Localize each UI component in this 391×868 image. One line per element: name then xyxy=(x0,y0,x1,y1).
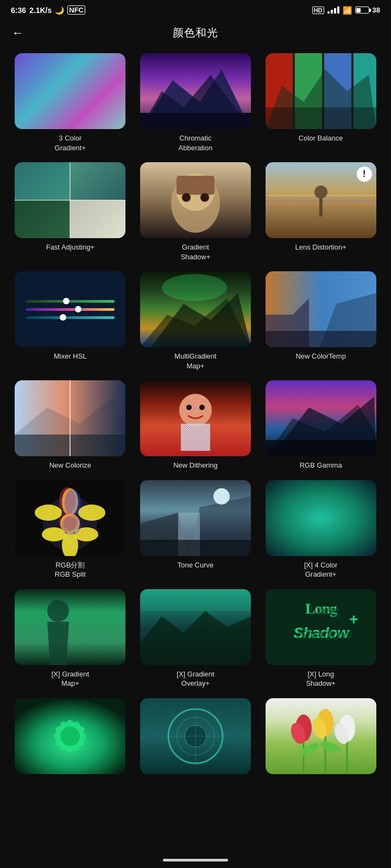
item-label: New Dithering xyxy=(173,461,218,470)
item-label: GradientShadow+ xyxy=(181,242,211,261)
home-indicator xyxy=(163,859,228,861)
item-label: New Colorize xyxy=(49,461,91,470)
item-label: ChromaticAbberation xyxy=(179,133,213,152)
warning-badge: ! xyxy=(357,167,372,182)
svg-rect-71 xyxy=(140,540,251,556)
item-label: Lens Distortion+ xyxy=(295,242,346,252)
list-item[interactable] xyxy=(12,698,129,778)
moon-icon: 🌙 xyxy=(55,6,64,15)
list-item[interactable]: New ColorTemp xyxy=(262,271,379,371)
svg-text:Long: Long xyxy=(308,602,340,618)
list-item[interactable] xyxy=(137,698,254,778)
item-label: [X] GradientOverlay+ xyxy=(176,669,214,688)
speed: 2.1K/s xyxy=(29,6,52,15)
thumb-multigradient xyxy=(140,271,251,347)
list-item[interactable]: New Dithering xyxy=(137,380,254,470)
svg-rect-78 xyxy=(140,589,251,611)
thumb-tone-curve xyxy=(140,480,251,556)
item-label: [X] GradientMap+ xyxy=(52,669,89,688)
svg-rect-51 xyxy=(266,440,376,456)
item-label: [X] LongShadow+ xyxy=(306,669,336,688)
list-item[interactable]: [X] GradientMap+ xyxy=(12,589,129,688)
list-item[interactable]: ! Lens Distortion+ xyxy=(262,162,379,261)
time: 6:36 xyxy=(11,6,26,15)
list-item[interactable]: GradientShadow+ xyxy=(137,162,254,261)
item-label: Tone Curve xyxy=(178,560,213,570)
svg-rect-3 xyxy=(140,113,251,129)
list-item[interactable]: [X] GradientOverlay+ xyxy=(137,589,254,688)
item-label: 3 ColorGradient+ xyxy=(55,133,86,152)
status-left: 6:36 2.1K/s 🌙 NFC xyxy=(11,5,85,15)
battery-icon xyxy=(355,7,369,14)
thumb-rgb-gamma xyxy=(266,380,376,456)
item-label: RGB Gamma xyxy=(300,461,342,470)
thumb-x4-color-gradient xyxy=(266,480,376,556)
list-item[interactable]: Color Balance xyxy=(262,53,379,152)
list-item[interactable]: Long + Shadow Long Shadow [X] LongShadow… xyxy=(262,589,379,688)
list-item[interactable]: Mixer HSL xyxy=(12,271,129,371)
wifi-icon: 📶 xyxy=(343,6,352,15)
thumb-new-colorize xyxy=(15,380,125,456)
thumb-fast-adjusting xyxy=(15,162,125,238)
header: ← 颜色和光 xyxy=(0,18,391,48)
thumb-x-gradient-overlay xyxy=(140,589,251,665)
svg-text:+: + xyxy=(349,611,358,628)
svg-point-74 xyxy=(47,600,69,622)
svg-point-70 xyxy=(213,488,230,505)
thumb-flower xyxy=(15,698,125,774)
svg-point-92 xyxy=(60,726,80,746)
thumb-gradient-shadow xyxy=(140,162,251,238)
list-item[interactable]: Fast Adjusting+ xyxy=(12,162,129,261)
svg-point-20 xyxy=(200,193,209,202)
svg-rect-34 xyxy=(266,331,376,347)
back-button[interactable]: ← xyxy=(12,26,24,40)
thumb-x-gradient-map xyxy=(15,589,125,665)
svg-rect-12 xyxy=(266,107,376,129)
battery-level: 38 xyxy=(373,6,380,14)
thumb-new-dithering xyxy=(140,380,251,456)
list-item[interactable]: Tone Curve xyxy=(137,480,254,579)
thumb-tulips xyxy=(266,698,376,774)
list-item[interactable]: [X] 4 ColorGradient+ xyxy=(262,480,379,579)
svg-point-30 xyxy=(162,274,227,301)
item-label: [X] 4 ColorGradient+ xyxy=(304,560,337,579)
thumb-x-long-shadow: Long + Shadow Long Shadow xyxy=(266,589,376,665)
item-label: Color Balance xyxy=(299,133,343,143)
thumb-new-colortemp xyxy=(266,271,376,347)
list-item[interactable]: RGB Gamma xyxy=(262,380,379,470)
list-item[interactable]: 3 ColorGradient+ xyxy=(12,53,129,152)
svg-rect-18 xyxy=(176,176,215,195)
thumb-lens-distortion: ! xyxy=(266,162,376,238)
svg-rect-72 xyxy=(266,480,376,556)
thumb-mixer-hsl xyxy=(15,271,125,347)
svg-marker-75 xyxy=(47,622,69,665)
svg-point-19 xyxy=(182,193,191,202)
item-label: New ColorTemp xyxy=(295,352,345,361)
svg-point-65 xyxy=(62,515,81,535)
item-label: RGB分割RGB Split xyxy=(55,560,86,579)
status-bar: 6:36 2.1K/s 🌙 NFC HD 📶 38 xyxy=(0,0,391,18)
thumb-circle xyxy=(140,698,251,774)
page-title: 颜色和光 xyxy=(173,25,218,40)
nfc-icon: NFC xyxy=(67,5,85,15)
list-item[interactable]: RGB分割RGB Split xyxy=(12,480,129,579)
thumb-3-color-gradient xyxy=(15,53,125,129)
list-item[interactable]: New Colorize xyxy=(12,380,129,470)
list-item[interactable] xyxy=(262,698,379,778)
svg-rect-73 xyxy=(15,589,125,665)
thumb-chromatic xyxy=(140,53,251,129)
thumb-rgb-split xyxy=(15,480,125,556)
svg-point-25 xyxy=(314,186,327,199)
item-label: Fast Adjusting+ xyxy=(46,242,94,252)
effects-grid: 3 ColorGradient+ C xyxy=(0,48,391,800)
thumb-color-balance xyxy=(266,53,376,129)
status-right: HD 📶 38 xyxy=(312,6,380,15)
svg-point-60 xyxy=(42,527,66,541)
list-item[interactable]: MultiGradientMap+ xyxy=(137,271,254,371)
item-label: Mixer HSL xyxy=(54,352,87,361)
signal-icon xyxy=(327,7,339,14)
item-label: MultiGradientMap+ xyxy=(174,352,216,371)
svg-point-59 xyxy=(78,505,105,521)
list-item[interactable]: ChromaticAbberation xyxy=(137,53,254,152)
svg-rect-47 xyxy=(140,380,251,456)
